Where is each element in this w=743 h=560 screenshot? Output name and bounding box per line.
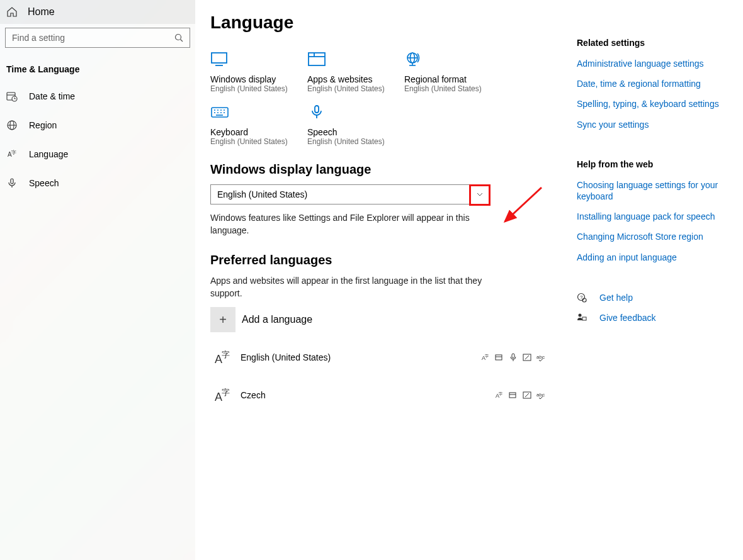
display-language-dropdown[interactable]: English (United States) bbox=[210, 184, 491, 204]
sidebar-item-speech[interactable]: Speech bbox=[0, 169, 195, 198]
home-icon bbox=[6, 6, 18, 18]
sidebar: Home Find a setting Time & Language Date… bbox=[0, 0, 195, 560]
add-language-label: Add a language bbox=[242, 314, 312, 325]
keyboard-icon bbox=[210, 104, 229, 120]
spellcheck-icon: abc bbox=[536, 391, 545, 400]
tile-keyboard[interactable]: Keyboard English (United States) bbox=[210, 104, 305, 146]
link-spelling-typing[interactable]: Spelling, typing, & keyboard settings bbox=[577, 98, 728, 109]
svg-line-1 bbox=[181, 40, 183, 42]
svg-rect-12 bbox=[11, 179, 13, 184]
handwriting-icon bbox=[523, 353, 531, 362]
svg-rect-34 bbox=[315, 106, 319, 113]
link-date-time-format[interactable]: Date, time & regional formatting bbox=[577, 78, 728, 89]
display-icon bbox=[210, 52, 229, 67]
link-add-input[interactable]: Adding an input language bbox=[577, 252, 728, 263]
category-header: Time & Language bbox=[0, 57, 195, 82]
link-give-feedback[interactable]: Give feedback bbox=[599, 312, 656, 323]
tts-icon bbox=[509, 391, 518, 400]
spellcheck-icon: abc bbox=[536, 353, 545, 362]
svg-rect-16 bbox=[309, 53, 325, 65]
link-sync-settings[interactable]: Sync your settings bbox=[577, 119, 728, 130]
tile-title: Keyboard bbox=[210, 127, 305, 137]
display-lang-icon: A字 bbox=[481, 353, 490, 362]
microphone-icon bbox=[6, 177, 18, 189]
tile-title: Windows display bbox=[210, 74, 305, 84]
help-heading: Help from the web bbox=[577, 159, 728, 169]
add-language-button[interactable]: + Add a language bbox=[210, 307, 552, 332]
tile-title: Apps & websites bbox=[307, 74, 402, 84]
svg-rect-14 bbox=[212, 53, 227, 63]
search-icon bbox=[174, 33, 183, 42]
calendar-clock-icon bbox=[6, 91, 18, 102]
tile-title: Speech bbox=[307, 127, 402, 137]
help-icon: ? bbox=[577, 293, 587, 303]
svg-rect-42 bbox=[512, 354, 514, 358]
preferred-languages-desc: Apps and websites will appear in the fir… bbox=[210, 275, 487, 300]
main-content: Language Windows display English (United… bbox=[195, 0, 743, 560]
svg-rect-40 bbox=[496, 355, 502, 360]
right-panel: Related settings Administrative language… bbox=[577, 13, 728, 547]
language-name: English (United States) bbox=[241, 352, 481, 362]
tts-icon bbox=[495, 353, 504, 362]
language-item-english[interactable]: A字 English (United States) A字 abc bbox=[210, 345, 552, 370]
svg-text:字: 字 bbox=[222, 388, 230, 397]
tile-apps-websites[interactable]: Apps & websites English (United States) bbox=[307, 52, 402, 93]
language-icon: A字 bbox=[6, 148, 18, 160]
svg-text:字: 字 bbox=[485, 354, 489, 358]
tile-sub: English (United States) bbox=[210, 84, 305, 93]
language-glyph-icon: A字 bbox=[210, 383, 235, 408]
language-item-czech[interactable]: A字 Czech A字 abc bbox=[210, 383, 552, 408]
related-settings-heading: Related settings bbox=[577, 38, 728, 48]
svg-text:字: 字 bbox=[11, 150, 16, 155]
sidebar-item-date-time[interactable]: Date & time bbox=[0, 82, 195, 111]
language-tiles: Windows display English (United States) … bbox=[210, 52, 552, 146]
link-store-region[interactable]: Changing Microsoft Store region bbox=[577, 231, 728, 242]
language-name: Czech bbox=[241, 390, 495, 400]
search-placeholder: Find a setting bbox=[12, 33, 65, 43]
svg-text:abc: abc bbox=[536, 392, 545, 398]
tile-sub: English (United States) bbox=[404, 84, 499, 93]
globe-stand-icon bbox=[404, 52, 423, 67]
sidebar-item-label: Date & time bbox=[29, 91, 75, 101]
language-features: A字 abc bbox=[481, 353, 552, 362]
speech-icon bbox=[509, 353, 518, 362]
svg-rect-60 bbox=[582, 317, 586, 320]
display-language-heading: Windows display language bbox=[210, 162, 552, 177]
microphone-icon bbox=[307, 104, 326, 120]
handwriting-icon bbox=[523, 391, 531, 400]
sidebar-item-label: Speech bbox=[29, 178, 59, 188]
home-button[interactable]: Home bbox=[0, 0, 195, 24]
tile-sub: English (United States) bbox=[307, 84, 402, 93]
sidebar-item-region[interactable]: Region bbox=[0, 111, 195, 140]
link-choosing-lang[interactable]: Choosing language settings for your keyb… bbox=[577, 179, 728, 202]
link-admin-language[interactable]: Administrative language settings bbox=[577, 58, 728, 69]
svg-rect-51 bbox=[509, 393, 516, 398]
language-features: A字 abc bbox=[495, 391, 552, 400]
search-input[interactable]: Find a setting bbox=[5, 28, 190, 48]
svg-text:abc: abc bbox=[536, 354, 545, 360]
link-install-pack[interactable]: Installing language pack for speech bbox=[577, 211, 728, 222]
plus-icon: + bbox=[210, 307, 235, 332]
feedback-icon bbox=[577, 313, 587, 323]
sidebar-item-label: Region bbox=[29, 120, 57, 130]
tile-windows-display[interactable]: Windows display English (United States) bbox=[210, 52, 305, 93]
link-get-help[interactable]: Get help bbox=[599, 292, 633, 303]
globe-icon bbox=[6, 120, 18, 131]
tile-speech[interactable]: Speech English (United States) bbox=[307, 104, 402, 146]
language-glyph-icon: A字 bbox=[210, 345, 235, 370]
display-language-desc: Windows features like Settings and File … bbox=[210, 212, 487, 237]
home-label: Home bbox=[28, 6, 55, 18]
svg-point-0 bbox=[176, 35, 181, 40]
display-lang-icon: A字 bbox=[495, 391, 504, 400]
page-title: Language bbox=[210, 13, 552, 33]
svg-text:字: 字 bbox=[499, 391, 502, 396]
window-icon bbox=[307, 52, 326, 67]
svg-point-59 bbox=[579, 313, 582, 316]
dropdown-value: English (United States) bbox=[217, 189, 307, 199]
svg-text:字: 字 bbox=[222, 350, 230, 359]
tile-regional-format[interactable]: Regional format English (United States) bbox=[404, 52, 499, 93]
svg-line-54 bbox=[525, 393, 529, 397]
tile-title: Regional format bbox=[404, 74, 499, 84]
sidebar-item-language[interactable]: A字 Language bbox=[0, 140, 195, 169]
tile-sub: English (United States) bbox=[210, 137, 305, 146]
